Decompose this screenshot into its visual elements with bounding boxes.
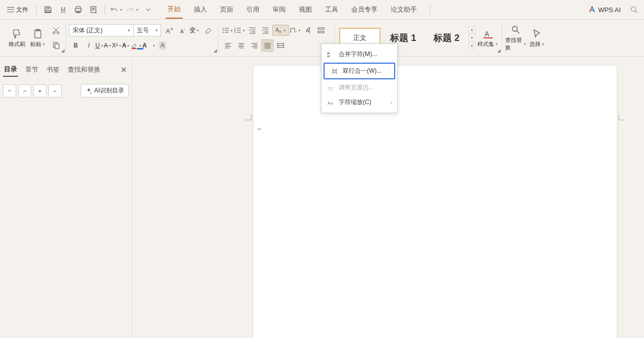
remove-item-icon[interactable]: − xyxy=(48,84,62,98)
panel-tab-chapter[interactable]: 章节 xyxy=(24,63,39,76)
bold-button[interactable]: B xyxy=(69,39,82,52)
align-right-icon[interactable] xyxy=(248,39,261,52)
search-icon[interactable] xyxy=(628,4,640,16)
font-size-select[interactable]: 五号 xyxy=(134,24,161,36)
font-color-button[interactable]: A▾ xyxy=(142,42,156,49)
strikethrough-button[interactable]: A▾ xyxy=(104,42,112,49)
two-line-icon xyxy=(331,67,339,75)
number-list-button[interactable]: 123▾ xyxy=(234,26,246,34)
text-effects-button[interactable]: A▾ xyxy=(122,42,131,49)
tab-page[interactable]: 页面 xyxy=(218,1,235,18)
file-label: 文件 xyxy=(16,6,28,14)
menu-char-scale[interactable]: AA 字符缩放(C) › xyxy=(321,95,397,110)
char-shading-button[interactable]: A xyxy=(156,39,169,52)
expand-all-icon[interactable] xyxy=(18,84,31,98)
print-icon[interactable] xyxy=(72,4,84,16)
char-scale-icon: AA xyxy=(327,99,335,107)
tab-view[interactable]: 视图 xyxy=(297,1,314,18)
ribbon-group-paragraph: ▾ 123▾ Aa▾ ▾ A xyxy=(219,22,331,54)
more-quick-access-icon[interactable] xyxy=(142,4,154,16)
style-h2[interactable]: 标题 2 xyxy=(426,28,467,48)
undo-button[interactable]: ▾ xyxy=(110,6,123,14)
svg-point-8 xyxy=(223,28,224,29)
redo-button[interactable]: ▾ xyxy=(126,6,139,14)
page-margin-corner xyxy=(245,114,251,120)
char-format-dropdown-menu: abcd 合并字符(M)... 双行合一(W)... 调整宽度(I)... AA… xyxy=(321,43,398,113)
paste-button[interactable]: 粘贴▾ xyxy=(27,27,48,49)
panel-tab-bookmark[interactable]: 书签 xyxy=(45,63,61,76)
chevron-down-icon: ▾ xyxy=(135,8,139,12)
styles-launcher-icon[interactable]: ◢ xyxy=(497,48,501,53)
tab-start[interactable]: 开始 xyxy=(166,1,183,19)
document-page[interactable]: ↵ xyxy=(253,66,617,338)
save-icon[interactable] xyxy=(42,4,54,16)
increase-indent-icon[interactable] xyxy=(259,24,272,37)
align-center-icon[interactable] xyxy=(235,39,248,52)
change-case-button[interactable]: 变▾ xyxy=(189,26,200,35)
print-preview-icon[interactable] xyxy=(87,4,99,16)
divider xyxy=(430,5,431,14)
tab-member[interactable]: 会员专享 xyxy=(349,1,380,18)
svg-point-10 xyxy=(223,32,224,33)
vertical-text-icon[interactable]: A xyxy=(301,24,314,37)
menu-merge-chars[interactable]: abcd 合并字符(M)... xyxy=(321,47,397,62)
panel-tab-toc[interactable]: 目录 xyxy=(3,63,18,77)
wps-ai-button[interactable]: WPS AI xyxy=(588,6,621,14)
select-button[interactable]: 选择▾ xyxy=(526,22,548,54)
svg-text:A: A xyxy=(306,28,309,33)
increase-font-icon[interactable]: A+ xyxy=(163,24,176,37)
tab-insert[interactable]: 插入 xyxy=(192,1,209,18)
align-justify-icon[interactable] xyxy=(261,39,274,52)
menu-two-line[interactable]: 双行合一(W)... xyxy=(324,63,395,79)
panel-tab-findreplace[interactable]: 查找和替换 xyxy=(67,63,101,76)
clipboard-launcher-icon[interactable]: ◢ xyxy=(61,48,65,53)
align-left-icon[interactable] xyxy=(222,39,235,52)
style-set-button[interactable]: A 样式集▾ xyxy=(477,22,499,54)
ribbon-group-clipboard: 格式刷 粘贴▾ ◢ xyxy=(3,22,66,54)
add-item-icon[interactable]: + xyxy=(33,84,46,98)
hamburger-icon xyxy=(7,7,14,12)
text-direction-button[interactable]: ▾ xyxy=(289,26,301,34)
distribute-text-icon[interactable] xyxy=(314,24,328,37)
svg-text:A: A xyxy=(331,102,333,105)
decrease-font-icon[interactable]: A- xyxy=(176,24,189,37)
superscript-button[interactable]: X²▾ xyxy=(112,42,122,49)
svg-text:A: A xyxy=(485,30,490,38)
bullet-list-button[interactable]: ▾ xyxy=(222,26,234,34)
svg-point-9 xyxy=(223,30,224,31)
tab-review[interactable]: 审阅 xyxy=(271,1,288,18)
paragraph-mark: ↵ xyxy=(257,126,261,132)
ribbon-tabs: 开始 插入 页面 引用 审阅 视图 工具 会员专享 论文助手 xyxy=(166,1,419,19)
format-painter-button[interactable]: 格式刷 xyxy=(6,22,27,54)
find-replace-button[interactable]: 查找替换▾ xyxy=(505,22,526,54)
sparkle-icon xyxy=(85,87,92,94)
cut-icon[interactable] xyxy=(49,24,63,37)
svg-text:cd: cd xyxy=(327,55,330,58)
font-name-select[interactable]: 宋体 (正文) xyxy=(69,24,134,36)
chevron-down-icon: ▾ xyxy=(119,8,123,12)
tab-thesis[interactable]: 论文助手 xyxy=(389,1,419,18)
underline-button[interactable]: U▾ xyxy=(95,42,104,49)
format-painter-label: 格式刷 xyxy=(9,40,25,48)
file-menu-button[interactable]: 文件 xyxy=(4,4,31,16)
quick-access-icon[interactable] xyxy=(57,4,69,16)
divider xyxy=(104,5,105,14)
menu-adjust-width: 调整宽度(I)... xyxy=(321,80,397,95)
style-gallery-spinner[interactable]: ▴▾▾ xyxy=(468,26,475,50)
svg-point-4 xyxy=(57,32,59,34)
divider xyxy=(36,5,37,14)
wps-ai-icon xyxy=(588,6,596,14)
tab-tools[interactable]: 工具 xyxy=(323,1,340,18)
svg-point-3 xyxy=(53,32,55,34)
tab-reference[interactable]: 引用 xyxy=(244,1,261,18)
align-distribute-icon[interactable] xyxy=(274,39,287,52)
italic-button[interactable]: I xyxy=(82,39,95,52)
close-icon[interactable] xyxy=(119,65,129,75)
svg-point-0 xyxy=(631,7,636,12)
clear-format-icon[interactable] xyxy=(202,24,215,37)
decrease-indent-icon[interactable] xyxy=(246,24,259,37)
char-format-dropdown[interactable]: Aa▾ xyxy=(272,25,289,36)
collapse-all-icon[interactable] xyxy=(3,84,16,98)
ai-recognize-toc-button[interactable]: AI识别目录 xyxy=(81,84,129,98)
font-launcher-icon[interactable]: ◢ xyxy=(213,48,217,53)
